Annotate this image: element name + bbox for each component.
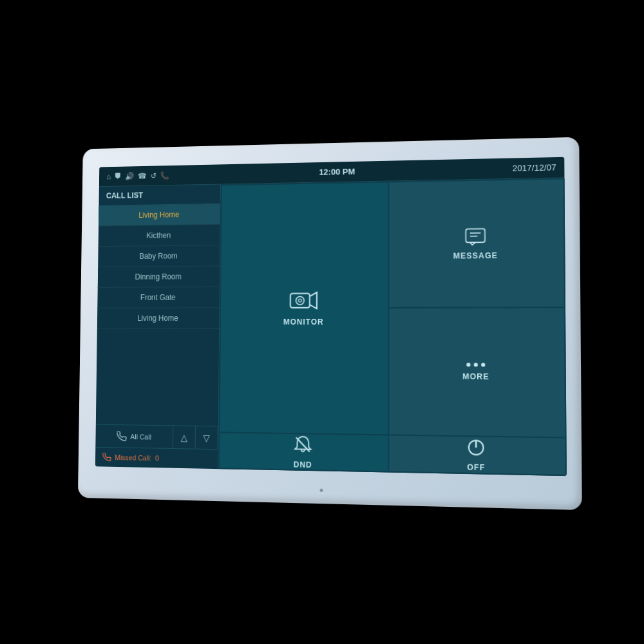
device-body: ⌂ ⛊ 🔊 ☎ ↺ 📞 12:00 PM 2017/12/07 CALL LIS… — [78, 137, 582, 510]
call-item-5[interactable]: Living Home — [97, 308, 219, 329]
message-button[interactable]: MESSAGE — [389, 179, 564, 307]
call-item-0[interactable]: Living Home — [99, 204, 220, 227]
icon-shield: ⛊ — [115, 172, 122, 181]
monitor-button[interactable]: MONITOR — [220, 183, 388, 435]
dnd-icon — [292, 434, 313, 455]
device-wrapper: ⌂ ⛊ 🔊 ☎ ↺ 📞 12:00 PM 2017/12/07 CALL LIS… — [78, 137, 582, 510]
more-button[interactable]: MORE — [389, 308, 565, 437]
more-dots-icon — [466, 363, 485, 366]
message-icon — [465, 227, 486, 246]
dnd-label: DND — [294, 460, 312, 469]
function-panel: MONITOR MESSAGE — [218, 178, 567, 476]
monitor-icon — [289, 289, 319, 312]
icon-phone1: ☎ — [138, 171, 147, 180]
svg-rect-3 — [466, 229, 485, 242]
all-call-label: All Call — [130, 433, 151, 440]
call-list-actions: All Call △ ▽ — [95, 424, 218, 450]
more-label: MORE — [462, 372, 489, 381]
screen-bezel: ⌂ ⛊ 🔊 ☎ ↺ 📞 12:00 PM 2017/12/07 CALL LIS… — [95, 157, 567, 476]
missed-call-bar: Missed Call: 0 — [95, 447, 218, 469]
monitor-label: MONITOR — [283, 317, 324, 327]
status-time: 12:00 PM — [319, 167, 355, 177]
off-button[interactable]: OFF — [389, 435, 565, 475]
call-item-1[interactable]: Kicthen — [99, 225, 220, 247]
missed-call-count: 0 — [155, 454, 159, 462]
svg-rect-0 — [290, 294, 310, 308]
call-list-header: CALL LIST — [99, 185, 220, 206]
icon-phone2: 📞 — [160, 171, 169, 180]
call-list-items: Living Home Kicthen Baby Room Dinning Ro… — [96, 204, 220, 426]
call-list-panel: CALL LIST Living Home Kicthen Baby Room … — [95, 184, 221, 469]
status-icons: ⌂ ⛊ 🔊 ☎ ↺ 📞 — [106, 171, 169, 180]
nav-down-button[interactable]: ▽ — [196, 426, 218, 449]
svg-point-1 — [296, 296, 304, 305]
svg-point-2 — [298, 299, 301, 302]
main-content: CALL LIST Living Home Kicthen Baby Room … — [95, 178, 567, 476]
call-item-4[interactable]: Front Gate — [97, 287, 219, 308]
icon-home: ⌂ — [106, 172, 111, 181]
missed-call-icon — [102, 453, 111, 462]
message-label: MESSAGE — [453, 251, 498, 260]
icon-refresh: ↺ — [151, 171, 157, 180]
off-label: OFF — [467, 462, 485, 472]
dnd-button[interactable]: DND — [220, 433, 388, 471]
call-item-2[interactable]: Baby Room — [98, 245, 220, 267]
all-call-button[interactable]: All Call — [95, 425, 173, 448]
nav-up-button[interactable]: △ — [173, 426, 196, 448]
off-icon — [466, 437, 486, 457]
led-indicator — [320, 489, 323, 492]
status-date: 2017/12/07 — [513, 162, 556, 173]
call-item-3[interactable]: Dinning Room — [98, 267, 220, 288]
phone-icon — [117, 431, 126, 441]
missed-call-label: Missed Call: — [115, 453, 151, 462]
icon-speaker: 🔊 — [125, 171, 134, 180]
